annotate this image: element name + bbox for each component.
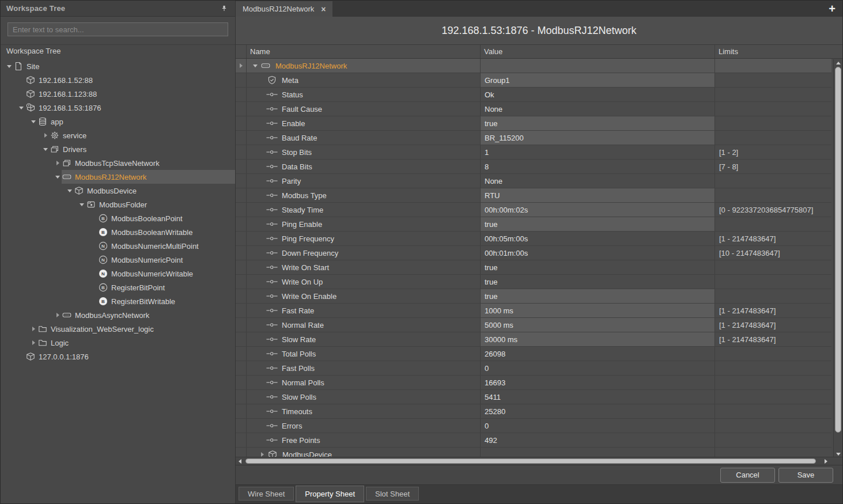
property-row-stop-bits[interactable]: Stop Bits1[1 - 2]	[236, 145, 831, 160]
property-row-fast-polls[interactable]: Fast Polls0	[236, 361, 831, 376]
property-value-cell[interactable]: Ok	[481, 88, 715, 101]
expander-closed-icon[interactable]	[41, 131, 50, 139]
property-row-timeouts[interactable]: Timeouts25280	[236, 404, 831, 419]
expander-open-icon[interactable]	[29, 118, 37, 126]
tree-item-modbusfolder[interactable]: ModbusFolder	[1, 198, 235, 211]
close-icon[interactable]: ×	[321, 5, 326, 13]
property-value-cell[interactable]: true	[481, 217, 715, 231]
horizontal-scrollbar[interactable]	[236, 457, 842, 465]
property-row-ping-frequency[interactable]: Ping Frequency00h:05m:00s[1 - 2147483647…	[236, 232, 831, 246]
property-value-cell[interactable]: 492	[481, 433, 715, 447]
property-value-cell[interactable]: BR_115200	[481, 131, 715, 145]
property-value-cell[interactable]: 25280	[481, 404, 715, 418]
property-value-cell[interactable]: 8	[481, 160, 715, 173]
vertical-scrollbar-thumb[interactable]	[835, 67, 841, 433]
scroll-right-arrow-icon[interactable]	[825, 459, 827, 464]
property-row-data-bits[interactable]: Data Bits8[7 - 8]	[236, 160, 831, 174]
tree-item-modbusnumericpoint[interactable]: NModbusNumericPoint	[1, 253, 235, 267]
property-row-fast-rate[interactable]: Fast Rate1000 ms[1 - 2147483647]	[236, 304, 831, 318]
horizontal-scrollbar-thumb[interactable]	[245, 458, 816, 464]
tree-item-192-168-1-52-88[interactable]: 192.168.1.52:88	[1, 73, 235, 87]
tree-item-registerbitwritable[interactable]: BRegisterBitWritable	[1, 294, 235, 308]
expander-closed-icon[interactable]	[54, 159, 62, 167]
expander-closed-icon[interactable]	[54, 311, 62, 319]
property-value-cell[interactable]: None	[481, 102, 715, 116]
tree-item-192-168-1-123-88[interactable]: 192.168.1.123:88	[1, 87, 235, 101]
property-row-write-on-enable[interactable]: Write On Enabletrue	[236, 289, 831, 304]
property-value-cell[interactable]: 00h:05m:00s	[481, 232, 715, 245]
tab-wire-sheet[interactable]: Wire Sheet	[239, 487, 294, 501]
vertical-scrollbar[interactable]	[833, 59, 842, 458]
tree-item-visualization-webserver-logic[interactable]: Visualization_WebServer_logic	[1, 322, 235, 336]
property-row-normal-polls[interactable]: Normal Polls16693	[236, 376, 831, 390]
property-row-modbusrj12network[interactable]: ModbusRJ12Network	[236, 59, 831, 73]
property-row-slow-rate[interactable]: Slow Rate30000 ms[1 - 2147483647]	[236, 332, 831, 347]
row-expander-icon[interactable]	[237, 62, 245, 70]
scroll-down-arrow-icon[interactable]	[836, 453, 841, 456]
expander-open-icon[interactable]	[66, 187, 74, 195]
property-value-cell[interactable]: Group1	[481, 73, 715, 87]
expander-open-icon[interactable]	[251, 62, 259, 70]
expander-closed-icon[interactable]	[258, 450, 266, 457]
property-value-cell[interactable]: 5000 ms	[481, 318, 715, 332]
expander-closed-icon[interactable]	[29, 325, 37, 333]
property-row-fault-cause[interactable]: Fault CauseNone	[236, 102, 831, 116]
property-row-baud-rate[interactable]: Baud RateBR_115200	[236, 131, 831, 145]
tree-item-modbusnumericwritable[interactable]: NModbusNumericWritable	[1, 267, 235, 281]
property-value-cell[interactable]: true	[481, 289, 715, 303]
property-value-cell[interactable]: None	[481, 174, 715, 188]
property-row-errors[interactable]: Errors0	[236, 419, 831, 433]
tab-modbusrj12network[interactable]: ModbusRJ12Network ×	[236, 1, 332, 17]
property-row-normal-rate[interactable]: Normal Rate5000 ms[1 - 2147483647]	[236, 318, 831, 332]
property-row-down-frequency[interactable]: Down Frequency00h:01m:00s[10 - 214748364…	[236, 246, 831, 260]
property-value-cell[interactable]: 1	[481, 145, 715, 159]
property-value-cell[interactable]: 0	[481, 419, 715, 433]
property-value-cell[interactable]: 1000 ms	[481, 304, 715, 317]
expander-open-icon[interactable]	[41, 145, 50, 153]
property-row-meta[interactable]: MetaGroup1	[236, 73, 831, 88]
tree-item-modbusbooleanwritable[interactable]: BModbusBooleanWritable	[1, 225, 235, 239]
property-value-cell[interactable]: 30000 ms	[481, 332, 715, 346]
property-row-write-on-start[interactable]: Write On Starttrue	[236, 260, 831, 275]
expander-open-icon[interactable]	[5, 62, 13, 70]
property-value-cell[interactable]: 00h:00m:02s	[481, 203, 715, 217]
property-row-status[interactable]: StatusOk	[236, 88, 831, 102]
tree-item-service[interactable]: service	[1, 128, 235, 142]
expander-open-icon[interactable]	[78, 200, 86, 209]
property-row-write-on-up[interactable]: Write On Uptrue	[236, 275, 831, 289]
tree-item-modbusnumericmultipoint[interactable]: NModbusNumericMultiPoint	[1, 239, 235, 253]
expander-open-icon[interactable]	[54, 173, 62, 181]
property-row-modbusdevice[interactable]: ModbusDevice	[236, 448, 831, 457]
expander-closed-icon[interactable]	[29, 339, 37, 347]
tree-item-modbusasyncnetwork[interactable]: ModbusAsyncNetwork	[1, 308, 235, 322]
property-value-cell[interactable]: true	[481, 116, 715, 130]
tree-item-modbusrj12network[interactable]: ModbusRJ12Network	[1, 170, 235, 184]
property-row-steady-time[interactable]: Steady Time00h:00m:02s[0 - 9223372036854…	[236, 203, 831, 217]
tree-item-site[interactable]: Site	[1, 59, 235, 73]
property-row-ping-enable[interactable]: Ping Enabletrue	[236, 217, 831, 232]
property-row-slow-polls[interactable]: Slow Polls5411	[236, 390, 831, 404]
tree-item-modbusdevice[interactable]: ModbusDevice	[1, 184, 235, 198]
property-row-total-polls[interactable]: Total Polls26098	[236, 347, 831, 361]
property-value-cell[interactable]: 16693	[481, 376, 715, 389]
tree-item-registerbitpoint[interactable]: BRegisterBitPoint	[1, 281, 235, 294]
property-value-cell[interactable]: 26098	[481, 347, 715, 361]
property-row-enable[interactable]: Enabletrue	[236, 116, 831, 131]
tab-property-sheet[interactable]: Property Sheet	[296, 486, 364, 502]
property-value-cell[interactable]: 00h:01m:00s	[481, 246, 715, 260]
tree-item-modbusbooleanpoint[interactable]: BModbusBooleanPoint	[1, 211, 235, 225]
property-value-cell[interactable]: true	[481, 260, 715, 274]
expander-open-icon[interactable]	[17, 104, 25, 112]
tree-item-127-0-0-1-1876[interactable]: 127.0.0.1:1876	[1, 350, 235, 363]
scroll-up-arrow-icon[interactable]	[836, 62, 841, 65]
tree-item-modbustcpslavenetwork[interactable]: ModbusTcpSlaveNetwork	[1, 156, 235, 170]
property-value-cell[interactable]: true	[481, 275, 715, 289]
search-input[interactable]	[7, 22, 228, 36]
new-tab-icon[interactable]: +	[829, 3, 836, 14]
tree-item-app[interactable]: app	[1, 115, 235, 128]
pin-icon[interactable]	[219, 3, 229, 14]
cancel-button[interactable]: Cancel	[720, 468, 775, 483]
property-row-free-points[interactable]: Free Points492	[236, 433, 831, 448]
property-row-modbus-type[interactable]: Modbus TypeRTU	[236, 188, 831, 203]
tree-item-192-168-1-53-1876[interactable]: 192.168.1.53:1876	[1, 101, 235, 115]
